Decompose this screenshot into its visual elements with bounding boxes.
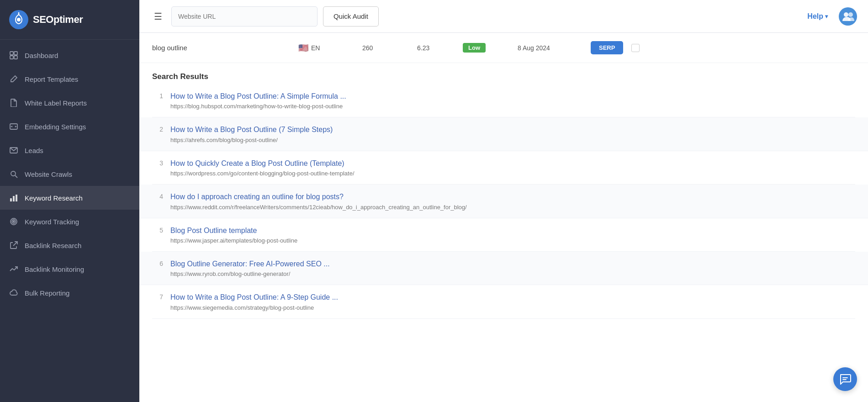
row-checkbox[interactable] bbox=[631, 44, 640, 52]
svg-point-9 bbox=[11, 171, 16, 176]
result-item: 4 How do I approach creating an outline … bbox=[139, 185, 868, 218]
svg-rect-5 bbox=[10, 56, 13, 59]
result-title[interactable]: How to Quickly Create a Blog Post Outlin… bbox=[170, 159, 855, 169]
svg-rect-11 bbox=[10, 198, 12, 201]
svg-rect-6 bbox=[14, 56, 17, 59]
hamburger-button[interactable]: ☰ bbox=[150, 7, 166, 26]
search-results-section: Search Results 1 How to Write a Blog Pos… bbox=[139, 63, 868, 319]
sidebar-item-backlink-monitoring[interactable]: Backlink Monitoring bbox=[0, 257, 139, 281]
trending-up-icon bbox=[9, 264, 18, 274]
result-title[interactable]: How do I approach creating an outline fo… bbox=[170, 192, 855, 202]
topbar: ☰ Quick Audit Help ▾ bbox=[139, 0, 868, 33]
results-list: 1 How to Write a Blog Post Outline: A Si… bbox=[152, 84, 855, 319]
url-input[interactable] bbox=[171, 6, 318, 26]
quick-audit-button[interactable]: Quick Audit bbox=[323, 6, 379, 26]
svg-point-19 bbox=[848, 12, 853, 17]
sidebar-item-label: Backlink Monitoring bbox=[25, 265, 84, 273]
svg-rect-13 bbox=[16, 195, 17, 201]
svg-line-17 bbox=[13, 242, 17, 246]
svg-rect-12 bbox=[13, 196, 15, 201]
sidebar-item-bulk-reporting[interactable]: Bulk Reporting bbox=[0, 281, 139, 305]
sidebar-item-leads[interactable]: Leads bbox=[0, 138, 139, 162]
sidebar-item-embedding-settings[interactable]: Embedding Settings bbox=[0, 115, 139, 138]
mail-icon bbox=[9, 146, 18, 155]
sidebar-item-keyword-tracking[interactable]: Keyword Tracking bbox=[0, 210, 139, 233]
sidebar-item-white-label-reports[interactable]: White Label Reports bbox=[0, 91, 139, 115]
result-title[interactable]: How to Write a Blog Post Outline: A Simp… bbox=[170, 91, 855, 101]
sidebar-item-label: Website Crawls bbox=[25, 170, 72, 178]
result-url: https://www.ryrob.com/blog-outline-gener… bbox=[170, 270, 855, 277]
result-title[interactable]: Blog Outline Generator: Free AI-Powered … bbox=[170, 259, 855, 269]
result-item: 5 Blog Post Outline template https://www… bbox=[152, 218, 855, 252]
hamburger-icon: ☰ bbox=[154, 11, 162, 22]
result-url: https://www.siegemedia.com/strategy/blog… bbox=[170, 304, 855, 311]
result-url: https://www.jasper.ai/templates/blog-pos… bbox=[170, 237, 855, 244]
sidebar-item-dashboard[interactable]: Dashboard bbox=[0, 43, 139, 67]
external-link-icon bbox=[9, 241, 18, 250]
result-title[interactable]: How to Write a Blog Post Outline (7 Simp… bbox=[170, 125, 855, 135]
keyword-cell: blog outline bbox=[152, 44, 298, 52]
result-url: https://blog.hubspot.com/marketing/how-t… bbox=[170, 103, 855, 110]
svg-line-10 bbox=[15, 175, 17, 178]
content-area: blog outline 🇺🇸 EN 260 6.23 Low 8 Aug 20… bbox=[139, 33, 868, 402]
flag-icon: 🇺🇸 bbox=[298, 43, 308, 53]
sidebar-item-label: Dashboard bbox=[25, 52, 58, 59]
sidebar-item-backlink-research[interactable]: Backlink Research bbox=[0, 233, 139, 257]
difficulty-cell: 6.23 bbox=[417, 44, 463, 52]
result-rank: 1 bbox=[152, 91, 163, 110]
result-url: https://www.reddit.com/r/freelanceWriter… bbox=[170, 204, 855, 211]
user-group-icon bbox=[842, 10, 854, 23]
chevron-down-icon: ▾ bbox=[825, 13, 828, 20]
language-code: EN bbox=[311, 44, 320, 52]
help-button[interactable]: Help ▾ bbox=[807, 12, 828, 21]
bar-chart-icon bbox=[9, 193, 18, 202]
avatar-icon bbox=[839, 7, 857, 26]
edit-icon bbox=[9, 74, 18, 84]
sidebar-nav: Dashboard Report Templates White Label R… bbox=[0, 40, 139, 402]
main-content: ☰ Quick Audit Help ▾ blog outline bbox=[139, 0, 868, 402]
date-cell: 8 Aug 2024 bbox=[518, 44, 591, 52]
result-item: 6 Blog Outline Generator: Free AI-Powere… bbox=[139, 252, 868, 285]
embed-icon bbox=[9, 122, 18, 131]
keyword-row: blog outline 🇺🇸 EN 260 6.23 Low 8 Aug 20… bbox=[139, 33, 868, 63]
help-label: Help bbox=[807, 12, 823, 21]
avatar-button[interactable] bbox=[839, 7, 857, 26]
language-cell: 🇺🇸 EN bbox=[298, 43, 362, 53]
result-title[interactable]: How to Write a Blog Post Outline: A 9-St… bbox=[170, 292, 855, 302]
result-rank: 7 bbox=[152, 292, 163, 311]
sidebar-item-keyword-research[interactable]: Keyword Research bbox=[0, 186, 139, 210]
result-rank: 6 bbox=[152, 259, 163, 277]
sidebar-item-label: Report Templates bbox=[25, 75, 78, 83]
logo-container: SEOptimer bbox=[0, 0, 139, 40]
svg-point-18 bbox=[844, 12, 848, 17]
result-rank: 4 bbox=[152, 192, 163, 210]
logo-text: SEOptimer bbox=[33, 14, 83, 26]
cloud-icon bbox=[9, 288, 18, 297]
svg-rect-3 bbox=[10, 52, 13, 55]
target-icon bbox=[9, 217, 18, 226]
sidebar-item-website-crawls[interactable]: Website Crawls bbox=[0, 162, 139, 186]
search-circle-icon bbox=[9, 169, 18, 179]
sidebar-item-label: Bulk Reporting bbox=[25, 289, 69, 297]
result-item: 1 How to Write a Blog Post Outline: A Si… bbox=[152, 84, 855, 117]
serp-button[interactable]: SERP bbox=[591, 41, 623, 54]
search-results-title: Search Results bbox=[152, 72, 855, 81]
sidebar-item-label: White Label Reports bbox=[25, 99, 87, 107]
result-item: 7 How to Write a Blog Post Outline: A 9-… bbox=[152, 285, 855, 318]
sidebar-item-report-templates[interactable]: Report Templates bbox=[0, 67, 139, 91]
svg-point-16 bbox=[13, 221, 15, 222]
sidebar-item-label: Keyword Tracking bbox=[25, 218, 79, 226]
chat-button[interactable] bbox=[833, 367, 857, 391]
file-icon bbox=[9, 98, 18, 107]
result-item: 2 How to Write a Blog Post Outline (7 Si… bbox=[139, 117, 868, 151]
result-url: https://ahrefs.com/blog/blog-post-outlin… bbox=[170, 137, 855, 143]
seoptimer-logo-icon bbox=[9, 10, 28, 29]
chat-icon bbox=[839, 373, 851, 385]
result-item: 3 How to Quickly Create a Blog Post Outl… bbox=[152, 151, 855, 185]
result-title[interactable]: Blog Post Outline template bbox=[170, 226, 855, 236]
grid-icon bbox=[9, 51, 18, 60]
result-rank: 2 bbox=[152, 125, 163, 143]
sidebar: SEOptimer Dashboard Report Templates Whi… bbox=[0, 0, 139, 402]
competition-cell: Low bbox=[463, 43, 518, 53]
result-url: https://wordpress.com/go/content-bloggin… bbox=[170, 170, 855, 177]
